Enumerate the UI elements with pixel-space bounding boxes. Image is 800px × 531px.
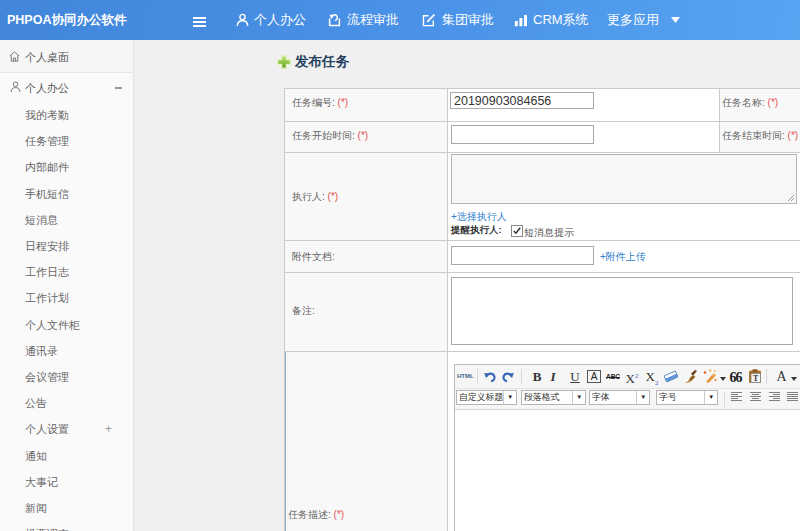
- svg-text:T: T: [752, 374, 758, 383]
